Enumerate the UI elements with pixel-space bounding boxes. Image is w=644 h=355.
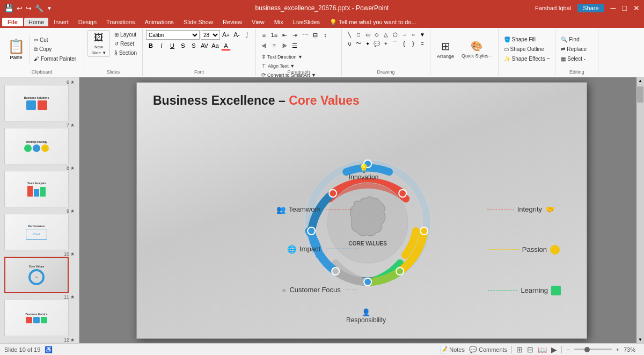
menu-view[interactable]: View — [247, 18, 269, 26]
shape-rect[interactable]: □ — [354, 30, 363, 39]
select-button[interactable]: ▦ Select - — [559, 55, 588, 63]
slide-main[interactable]: Business Excellence – Core Values — [136, 82, 587, 339]
shape-effects-button[interactable]: ✨ Shape Effects ~ — [502, 55, 552, 63]
italic-button[interactable]: I — [157, 41, 166, 50]
menu-home[interactable]: Home — [24, 18, 48, 26]
font-color-button[interactable]: A — [221, 41, 231, 50]
tell-me-input[interactable]: 💡 Tell me what you want to do... — [325, 19, 421, 26]
format-painter-button[interactable]: 🖌 Format Painter — [32, 55, 78, 63]
shape-triangle[interactable]: △ — [382, 30, 390, 39]
reset-button[interactable]: ↺ Reset — [112, 40, 139, 48]
shape-diamond[interactable]: ◇ — [372, 30, 381, 39]
share-button[interactable]: Share — [577, 4, 604, 12]
find-button[interactable]: 🔍 Find — [559, 35, 581, 44]
font-size-select[interactable]: 28 — [201, 30, 220, 40]
slide-thumb-6[interactable]: 6 ★ Business Solutions — [4, 79, 75, 121]
shape-rounded-rect[interactable]: ▭ — [363, 30, 372, 39]
shape-arc[interactable]: ⌒ — [391, 39, 399, 48]
shape-line[interactable]: ╲ — [345, 30, 354, 39]
menu-review[interactable]: Review — [218, 18, 246, 26]
replace-button[interactable]: ⇄ Replace — [559, 45, 589, 53]
redo-icon[interactable]: ↪ — [26, 4, 32, 12]
menu-liveslides[interactable]: LiveSlides — [289, 18, 324, 26]
bold-button[interactable]: B — [146, 41, 156, 50]
accessibility-icon[interactable]: ♿ — [45, 346, 53, 353]
shape-outline-button[interactable]: ▭ Shape Outline — [502, 45, 546, 53]
scrollbar-thumb[interactable] — [637, 86, 643, 103]
slideshow-button[interactable]: ▶ — [551, 345, 557, 354]
shape-arrow[interactable]: → — [400, 30, 408, 39]
shape-bracket[interactable]: { — [400, 39, 408, 48]
close-button[interactable]: ✕ — [633, 4, 640, 12]
slide-thumb-11[interactable]: 11 ★ Business Metrics — [4, 294, 75, 336]
paste-button[interactable]: 📋 Paste — [5, 36, 27, 62]
bullets-button[interactable]: ≡ — [259, 30, 269, 40]
shape-cross[interactable]: + — [382, 39, 390, 48]
scroll-up-arrow[interactable]: ▲ — [637, 77, 643, 84]
align-text-button[interactable]: ⊤ Align Text ▼ — [259, 62, 297, 70]
change-case-button[interactable]: Aa — [210, 41, 220, 50]
shape-brace[interactable]: } — [409, 39, 418, 48]
justify-button[interactable]: ☰ — [290, 41, 299, 50]
menu-animations[interactable]: Animations — [140, 18, 178, 26]
normal-view-button[interactable]: ⊞ — [516, 345, 523, 354]
slide-thumb-12[interactable]: 12 ★ Summary Data Overview — [4, 337, 75, 343]
clear-format-button[interactable]: ⎷ — [243, 30, 252, 40]
menu-transitions[interactable]: Transitions — [102, 18, 139, 26]
shape-star[interactable]: ✦ — [363, 39, 372, 48]
vertical-scrollbar[interactable]: ▲ ▼ — [636, 77, 644, 343]
increase-font-button[interactable]: A+ — [221, 30, 231, 40]
layout-button[interactable]: ⊞ Layout — [112, 31, 139, 39]
col-button[interactable]: ⊟ — [310, 30, 320, 40]
line-spacing-button[interactable]: ↕ — [320, 30, 330, 40]
slide-thumb-7[interactable]: 7 ★ Meeting Strategy — [4, 122, 75, 164]
new-slide-button[interactable]: 🖼 New Slide ▼ — [87, 30, 110, 57]
scroll-down-arrow[interactable]: ▼ — [637, 336, 643, 343]
zoom-level[interactable]: 73% — [624, 346, 640, 353]
slide-thumb-8[interactable]: 8 ★ Team Analysis — [4, 165, 75, 207]
reading-view-button[interactable]: 📖 — [538, 345, 547, 354]
zoom-out-button[interactable]: − — [566, 346, 569, 353]
slide-thumb-10[interactable]: 10 ★ Core Values CV — [4, 251, 75, 293]
repair-icon[interactable]: 🔧 — [35, 4, 43, 12]
menu-insert[interactable]: Insert — [49, 18, 73, 26]
comments-button[interactable]: 💬 Comments — [469, 346, 507, 353]
maximize-button[interactable]: □ — [623, 4, 627, 12]
zoom-in-button[interactable]: + — [616, 346, 619, 353]
shape-callout[interactable]: 💬 — [372, 39, 381, 48]
more-para-button[interactable]: ⋯ — [300, 30, 310, 40]
shapes-more[interactable]: ▼ — [418, 30, 427, 39]
dropdown-icon[interactable]: ▼ — [47, 5, 52, 11]
shape-wave[interactable]: 〜 — [354, 39, 363, 48]
strikethrough-button[interactable]: S — [178, 41, 188, 50]
arrange-button[interactable]: ⊞ Arrange — [434, 32, 457, 67]
menu-slideshow[interactable]: Slide Show — [179, 18, 217, 26]
minimize-button[interactable]: ─ — [611, 4, 616, 12]
increase-indent-button[interactable]: ⇥ — [290, 30, 299, 40]
save-icon[interactable]: 💾 — [4, 4, 13, 12]
shadow-button[interactable]: S — [189, 41, 199, 50]
shape-fill-button[interactable]: 🪣 Shape Fill — [502, 35, 538, 44]
notes-button[interactable]: 📝 Notes — [440, 346, 465, 353]
menu-file[interactable]: File — [2, 18, 23, 26]
menu-design[interactable]: Design — [74, 18, 101, 26]
quick-styles-button[interactable]: 🎨 Quick Styles - — [458, 32, 495, 67]
align-left-button[interactable]: ⫷ — [259, 41, 269, 50]
cut-button[interactable]: ✂ Cut — [32, 36, 78, 44]
align-right-button[interactable]: ⫸ — [280, 41, 289, 50]
menu-mix[interactable]: Mix — [270, 18, 288, 26]
decrease-indent-button[interactable]: ⇤ — [280, 30, 289, 40]
align-center-button[interactable]: ≡ — [269, 41, 279, 50]
text-direction-button[interactable]: ⇕ Text Direction ▼ — [259, 53, 305, 61]
numbering-button[interactable]: 1≡ — [269, 30, 279, 40]
slide-thumb-9[interactable]: 9 ★ Performance Chart — [4, 208, 75, 250]
zoom-slider[interactable] — [574, 349, 612, 350]
section-button[interactable]: § Section — [112, 49, 139, 57]
shape-curve[interactable]: ∪ — [345, 39, 354, 48]
decrease-font-button[interactable]: A- — [232, 30, 241, 40]
font-family-select[interactable]: Calibri — [146, 30, 200, 40]
copy-button[interactable]: ⧉ Copy — [32, 45, 78, 54]
slide-sorter-button[interactable]: ⊟ — [527, 345, 533, 354]
shape-pentagon[interactable]: ⬠ — [391, 30, 399, 39]
shape-eq[interactable]: = — [418, 39, 427, 48]
